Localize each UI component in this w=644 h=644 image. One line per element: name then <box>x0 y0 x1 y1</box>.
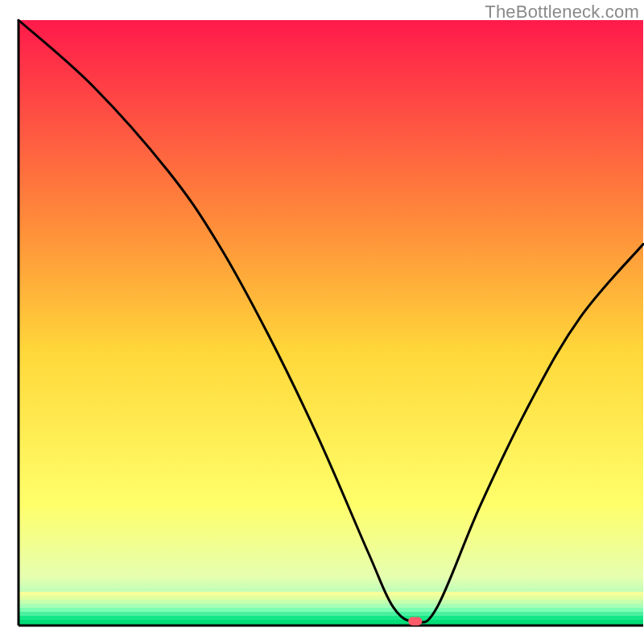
optimal-marker <box>408 617 422 625</box>
svg-rect-3 <box>19 604 643 608</box>
svg-rect-5 <box>19 612 643 616</box>
plot-background <box>19 20 643 625</box>
svg-rect-0 <box>19 592 643 596</box>
svg-rect-1 <box>19 596 643 600</box>
watermark-text: TheBottleneck.com <box>485 2 639 23</box>
bottleneck-chart <box>0 0 644 644</box>
svg-rect-7 <box>19 620 643 624</box>
svg-rect-6 <box>19 616 643 620</box>
bottom-green-bands <box>19 592 643 624</box>
chart-container: TheBottleneck.com <box>0 0 644 644</box>
svg-rect-4 <box>19 608 643 612</box>
svg-rect-2 <box>19 600 643 604</box>
